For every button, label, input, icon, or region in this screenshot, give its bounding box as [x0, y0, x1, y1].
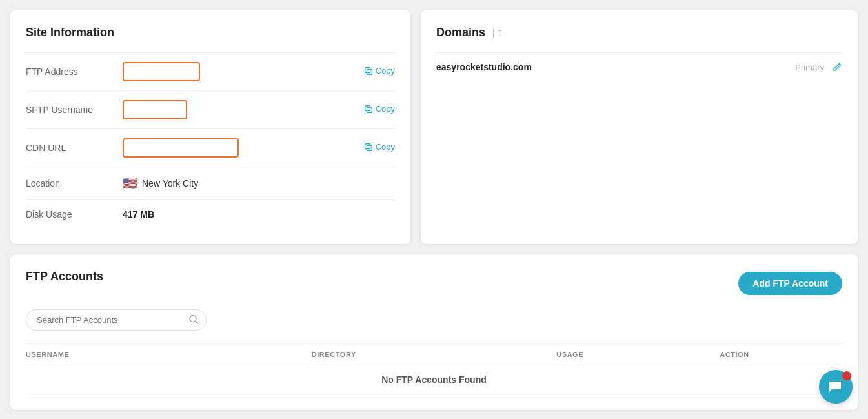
- no-results-row: No FTP Accounts Found: [26, 365, 842, 394]
- svg-line-7: [196, 321, 198, 323]
- sftp-username-copy-container: Copy: [343, 104, 395, 116]
- disk-usage-label: Disk Usage: [26, 209, 123, 220]
- domain-item: easyrocketstudio.com Primary: [436, 52, 842, 81]
- chat-notification-badge: [842, 371, 851, 380]
- domain-right: Primary: [795, 62, 842, 72]
- ftp-accounts-table: USERNAME DIRECTORY USAGE ACTION No FTP A…: [26, 343, 842, 394]
- domains-title: Domains | 1: [436, 26, 842, 39]
- domain-edit-button[interactable]: [832, 62, 842, 72]
- cdn-url-input[interactable]: [123, 138, 239, 158]
- ftp-address-value: [123, 62, 343, 81]
- ftp-address-row: FTP Address Copy: [26, 52, 395, 90]
- search-icon: [188, 314, 199, 326]
- site-info-title: Site Information: [26, 26, 395, 39]
- svg-rect-2: [367, 107, 372, 112]
- ftp-accounts-title: FTP Accounts: [26, 270, 103, 283]
- sftp-username-value: [123, 100, 343, 119]
- ftp-address-copy-container: Copy: [343, 66, 395, 77]
- location-value: 🇺🇸 New York City: [123, 176, 395, 190]
- ftp-address-input[interactable]: [123, 62, 200, 81]
- add-ftp-account-button[interactable]: Add FTP Account: [738, 272, 842, 295]
- pencil-icon: [832, 62, 842, 72]
- copy-icon: [364, 105, 373, 114]
- cdn-url-copy-button[interactable]: Copy: [364, 142, 395, 152]
- col-username: USERNAME: [26, 344, 312, 365]
- ftp-address-label: FTP Address: [26, 66, 123, 77]
- cdn-url-label: CDN URL: [26, 143, 123, 153]
- col-usage: USAGE: [556, 344, 720, 365]
- chat-bubble-button[interactable]: [819, 370, 853, 404]
- ftp-table-header-row: USERNAME DIRECTORY USAGE ACTION: [26, 344, 842, 365]
- copy-icon: [364, 143, 373, 152]
- ftp-accounts-card: FTP Accounts Add FTP Account USERNAME DI…: [10, 254, 858, 410]
- sftp-username-row: SFTP Username Copy: [26, 90, 395, 128]
- disk-usage-row: Disk Usage 417 MB: [26, 199, 395, 229]
- col-action: ACTION: [720, 344, 842, 365]
- cdn-url-value: [123, 138, 343, 158]
- domains-card: Domains | 1 easyrocketstudio.com Primary: [421, 10, 858, 244]
- domain-name: easyrocketstudio.com: [436, 62, 532, 72]
- sftp-username-label: SFTP Username: [26, 105, 123, 115]
- ftp-accounts-header: FTP Accounts Add FTP Account: [26, 270, 842, 296]
- disk-usage-value: 417 MB: [123, 209, 395, 220]
- sftp-username-input[interactable]: [123, 100, 187, 119]
- ftp-address-copy-button[interactable]: Copy: [364, 66, 395, 76]
- svg-rect-1: [365, 68, 370, 73]
- flag-icon: 🇺🇸: [123, 176, 137, 190]
- chat-icon: [828, 379, 843, 394]
- svg-rect-5: [365, 144, 370, 149]
- cdn-url-row: CDN URL Copy: [26, 128, 395, 167]
- cdn-url-copy-container: Copy: [343, 142, 395, 154]
- location-row: Location 🇺🇸 New York City: [26, 167, 395, 199]
- col-directory: DIRECTORY: [312, 344, 557, 365]
- domain-primary-badge: Primary: [795, 63, 824, 72]
- search-ftp-input[interactable]: [26, 309, 207, 331]
- svg-rect-0: [367, 69, 372, 74]
- sftp-username-copy-button[interactable]: Copy: [364, 104, 395, 114]
- copy-icon: [364, 66, 373, 76]
- site-information-card: Site Information FTP Address Copy SFTP U…: [10, 10, 410, 244]
- svg-rect-3: [365, 106, 370, 111]
- location-label: Location: [26, 178, 123, 189]
- no-results-text: No FTP Accounts Found: [26, 365, 842, 394]
- search-container: [26, 309, 207, 331]
- svg-rect-4: [367, 145, 372, 150]
- domains-count: | 1: [492, 28, 502, 38]
